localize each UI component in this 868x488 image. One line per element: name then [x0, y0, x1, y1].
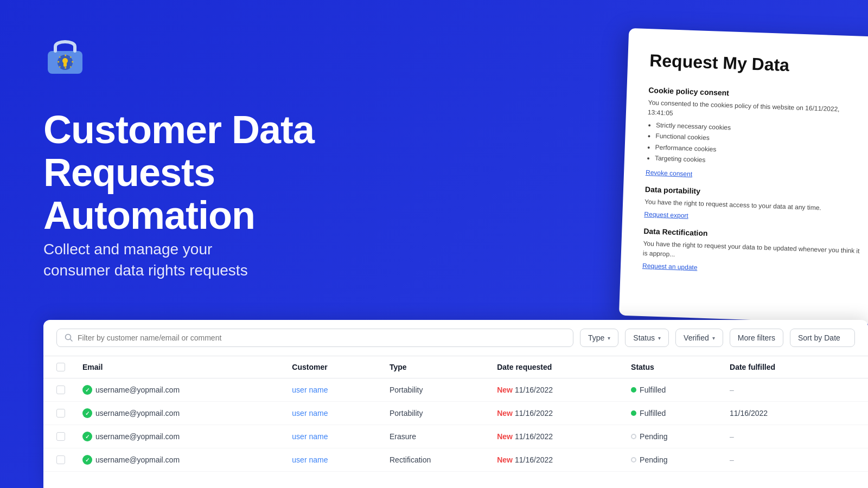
table-header-row: Email Customer Type Date requested Statu… [43, 356, 868, 378]
customer-link[interactable]: user name [292, 409, 328, 418]
date-fulfilled-column-header: Date fulfilled [721, 356, 836, 378]
extra-cell [836, 402, 868, 425]
email-link[interactable]: username@yopmail.com [95, 432, 180, 441]
date-fulfilled-value: – [730, 386, 734, 394]
request-export-link[interactable]: Request export [644, 210, 688, 220]
status-filter-button[interactable]: Status ▾ [625, 329, 669, 347]
row-checkbox-cell [43, 448, 74, 472]
search-icon [65, 333, 73, 342]
status-pending-dot [631, 457, 636, 463]
status-label: Fulfilled [640, 386, 666, 394]
date-requested-cell: New11/16/2022 [488, 378, 622, 402]
status-label: Fulfilled [640, 409, 666, 418]
email-cell: username@yopmail.com [74, 402, 283, 425]
chevron-down-icon: ▾ [608, 335, 610, 341]
svg-text:★: ★ [71, 60, 74, 63]
table-row: username@yopmail.com user name Erasure N… [43, 425, 868, 448]
type-filter-button[interactable]: Type ▾ [580, 329, 618, 347]
type-cell: Portability [381, 402, 488, 425]
status-cell: Fulfilled [622, 378, 721, 402]
table-row: username@yopmail.com user name Portabili… [43, 402, 868, 425]
chevron-down-icon: ▾ [658, 335, 661, 341]
customer-link[interactable]: user name [292, 455, 328, 464]
revoke-consent-link[interactable]: Revoke consent [646, 169, 692, 178]
svg-text:★: ★ [64, 66, 67, 69]
filter-bar: Type ▾ Status ▾ Verified ▾ More filters … [43, 320, 868, 356]
new-badge: New [497, 386, 513, 394]
sort-by-date-button[interactable]: Sort by Date [790, 329, 855, 347]
extra-cell [836, 378, 868, 402]
status-cell: Pending [622, 448, 721, 472]
status-column-header: Status [622, 356, 721, 378]
new-badge: New [497, 455, 513, 464]
chevron-down-icon: ▾ [712, 335, 715, 341]
customer-cell: user name [283, 402, 381, 425]
status-label: Pending [640, 432, 667, 441]
row-checkbox[interactable] [56, 386, 65, 394]
table-row: username@yopmail.com user name Portabili… [43, 378, 868, 402]
status-cell: Fulfilled [622, 402, 721, 425]
row-checkbox-cell [43, 402, 74, 425]
email-link[interactable]: username@yopmail.com [95, 386, 180, 394]
new-badge: New [497, 409, 513, 418]
row-checkbox-cell [43, 425, 74, 448]
row-checkbox-cell [43, 378, 74, 402]
email-cell: username@yopmail.com [74, 425, 283, 448]
date-requested-cell: New11/16/2022 [488, 448, 622, 472]
type-cell: Rectification [381, 448, 488, 472]
verified-icon [82, 455, 92, 465]
email-link[interactable]: username@yopmail.com [95, 409, 180, 418]
verified-icon [82, 385, 92, 395]
search-input[interactable] [78, 333, 565, 342]
doc-section-rectification: Data Rectification You have the right to… [642, 227, 860, 286]
doc-section-portability: Data portability You have the right to r… [644, 185, 862, 234]
type-cell: Erasure [381, 425, 488, 448]
customer-link[interactable]: user name [292, 386, 328, 394]
date-fulfilled-cell: – [721, 378, 836, 402]
hero-subtitle: Collect and manage your consumer data ri… [43, 239, 369, 281]
verified-filter-button[interactable]: Verified ▾ [675, 329, 723, 347]
hero-title: Customer Data Requests Automation [43, 108, 412, 237]
doc-cookie-list: Strictly necessary cookies Functional co… [655, 120, 865, 171]
date-fulfilled-cell: 11/16/2022 [721, 402, 836, 425]
doc-card: Request My Data Cookie policy consent Yo… [619, 28, 868, 324]
customer-cell: user name [283, 425, 381, 448]
more-filters-button[interactable]: More filters [730, 329, 783, 347]
status-fulfilled-dot [631, 387, 636, 393]
type-cell: Portability [381, 378, 488, 402]
customer-cell: user name [283, 448, 381, 472]
doc-rectification-text: You have the right to request your data … [643, 239, 860, 266]
doc-section-cookie: Cookie policy consent You consented to t… [645, 86, 865, 192]
svg-text:★: ★ [64, 54, 67, 57]
select-all-checkbox[interactable] [56, 363, 65, 371]
type-column-header: Type [381, 356, 488, 378]
email-column-header: Email [74, 356, 283, 378]
status-cell: Pending [622, 425, 721, 448]
doc-card-title: Request My Data [649, 50, 867, 78]
email-link[interactable]: username@yopmail.com [95, 455, 180, 464]
extra-cell [836, 448, 868, 472]
svg-text:★: ★ [57, 60, 60, 63]
customer-cell: user name [283, 378, 381, 402]
row-checkbox[interactable] [56, 432, 65, 441]
customer-link[interactable]: user name [292, 432, 328, 441]
extra-column-header [836, 356, 868, 378]
email-cell: username@yopmail.com [74, 378, 283, 402]
email-cell: username@yopmail.com [74, 448, 283, 472]
date-fulfilled-cell: – [721, 425, 836, 448]
verified-icon [82, 408, 92, 418]
status-pending-dot [631, 434, 636, 439]
date-fulfilled-value: – [730, 455, 734, 464]
status-label: Pending [640, 455, 667, 464]
select-all-header [43, 356, 74, 378]
date-fulfilled-value: 11/16/2022 [730, 409, 768, 418]
date-requested-cell: New11/16/2022 [488, 402, 622, 425]
request-update-link[interactable]: Request an update [642, 261, 698, 271]
row-checkbox[interactable] [56, 409, 65, 418]
row-checkbox[interactable] [56, 455, 65, 464]
date-requested-column-header: Date requested [488, 356, 622, 378]
new-badge: New [497, 432, 513, 441]
date-fulfilled-value: – [730, 432, 734, 441]
data-table: Email Customer Type Date requested Statu… [43, 356, 868, 472]
status-fulfilled-dot [631, 410, 636, 416]
